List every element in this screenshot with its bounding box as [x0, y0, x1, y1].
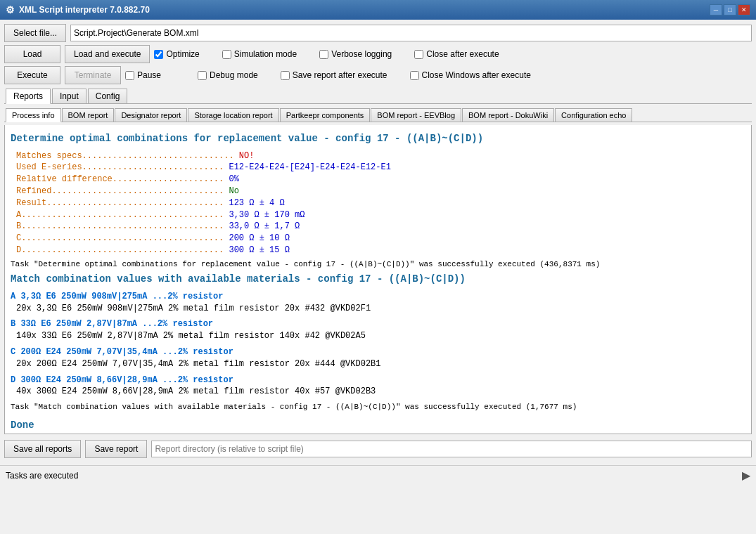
a-label: A.......................................…: [16, 210, 229, 220]
a-line: A.......................................…: [11, 209, 745, 221]
status-arrow: ▶: [742, 469, 750, 482]
close-after-execute-label: Close after execute: [426, 49, 499, 59]
pause-label: Pause: [137, 70, 161, 80]
heading-1: Determine optimal combinations for repla…: [11, 132, 745, 146]
select-file-button[interactable]: Select file...: [4, 24, 66, 42]
d-line: D.......................................…: [11, 245, 745, 256]
tab-input[interactable]: Input: [52, 89, 87, 103]
b-label: B.......................................…: [16, 221, 229, 231]
status-text: Tasks are executed: [6, 471, 78, 481]
match-b-detail: 140x 33Ω E6 250mW 2,87V|87mA 2% metal fi…: [11, 330, 745, 342]
save-report-checkbox[interactable]: [281, 71, 290, 80]
task2-line: Task "Match combination values with avai…: [11, 402, 745, 412]
sub-tab-bom-eevblog[interactable]: BOM report - EEVBlog: [371, 108, 461, 122]
minimize-button[interactable]: ─: [710, 4, 722, 15]
sub-tab-bom-dokuwiki[interactable]: BOM report - DokuWiki: [462, 108, 554, 122]
status-bar: Tasks are executed ▶: [0, 465, 756, 485]
file-path-input[interactable]: [70, 25, 752, 41]
verbose-logging-group: Verbose logging: [319, 49, 392, 59]
sub-tab-bom-report[interactable]: BOM report: [62, 108, 115, 122]
match-a-detail: 20x 3,3Ω E6 250mW 908mV|275mA 2% metal f…: [11, 303, 745, 315]
result-value: 123 Ω ± 4 Ω: [229, 198, 284, 208]
used-eseries-line: Used E-series...........................…: [11, 162, 745, 174]
relative-diff-line: Relative difference.....................…: [11, 174, 745, 185]
optimize-checkbox-group: Optimize: [154, 49, 199, 59]
refined-label: Refined.................................…: [16, 186, 229, 196]
save-report-button[interactable]: Save report: [85, 440, 147, 458]
b-line: B.......................................…: [11, 221, 745, 233]
sub-tab-designator-report[interactable]: Designator report: [115, 108, 187, 122]
app-icon: ⚙: [6, 4, 15, 15]
optimize-label: Optimize: [166, 49, 199, 59]
used-eseries-value: E12-E24-E24-[E24]-E24-E24-E12-E1: [229, 162, 390, 172]
pause-checkbox[interactable]: [125, 71, 134, 80]
tab-reports[interactable]: Reports: [6, 89, 51, 104]
maximize-button[interactable]: □: [724, 4, 736, 15]
matches-specs-line: Matches specs...........................…: [11, 150, 745, 162]
matches-specs-value: NO!: [239, 151, 255, 161]
match-d-detail: 40x 300Ω E24 250mW 8,66V|28,9mA 2% metal…: [11, 386, 745, 398]
b-value: 33,0 Ω ± 1,7 Ω: [229, 221, 300, 231]
close-windows-label: Close Windows after execute: [422, 70, 531, 80]
match-a-block: A 3,3Ω E6 250mW 908mV|275mA ...2% resist…: [11, 291, 745, 315]
save-report-label: Save report after execute: [293, 70, 387, 80]
simulation-mode-group: Simulation mode: [222, 49, 297, 59]
match-b-block: B 33Ω E6 250mW 2,87V|87mA ...2% resistor…: [11, 318, 745, 342]
sub-tab-partkeepr[interactable]: Partkeepr components: [280, 108, 371, 122]
done-label: Done: [11, 419, 745, 433]
bottom-bar: Save all reports Save report: [4, 437, 752, 461]
refined-line: Refined.................................…: [11, 185, 745, 197]
execute-button[interactable]: Execute: [4, 66, 60, 84]
terminate-button[interactable]: Terminate: [65, 66, 121, 84]
match-c-block: C 200Ω E24 250mW 7,07V|35,4mA ...2% resi…: [11, 346, 745, 370]
sub-tab-storage-location[interactable]: Storage location report: [188, 108, 278, 122]
used-eseries-label: Used E-series...........................…: [16, 162, 229, 172]
c-value: 200 Ω ± 10 Ω: [229, 233, 289, 243]
c-line: C.......................................…: [11, 233, 745, 245]
report-dir-input[interactable]: [151, 441, 752, 457]
matches-specs-label: Matches specs...........................…: [16, 151, 239, 161]
simulation-mode-checkbox[interactable]: [222, 50, 231, 59]
optimize-checkbox[interactable]: [154, 50, 163, 59]
match-b-summary: B 33Ω E6 250mW 2,87V|87mA ...2% resistor: [11, 318, 745, 330]
match-c-summary: C 200Ω E24 250mW 7,07V|35,4mA ...2% resi…: [11, 346, 745, 358]
heading-2: Match combination values with available …: [11, 273, 745, 287]
load-button[interactable]: Load: [4, 45, 60, 63]
d-value: 300 Ω ± 15 Ω: [229, 245, 289, 255]
simulation-mode-label: Simulation mode: [234, 49, 297, 59]
refined-value: No: [229, 186, 238, 196]
report-panel[interactable]: Determine optimal combinations for repla…: [4, 125, 752, 434]
window-controls: ─ □ ✕: [710, 4, 750, 15]
sub-tab-configuration-echo[interactable]: Configuration echo: [555, 108, 632, 122]
main-tabs-nav: Reports Input Config: [4, 87, 752, 104]
execute-row: Execute Terminate Pause Debug mode Save …: [4, 66, 752, 84]
match-a-summary: A 3,3Ω E6 250mW 908mV|275mA ...2% resist…: [11, 291, 745, 303]
close-windows-checkbox[interactable]: [410, 71, 419, 80]
result-label: Result..................................…: [16, 198, 229, 208]
task1-line: Task "Determine optimal combinations for…: [11, 259, 745, 270]
close-after-execute-checkbox[interactable]: [414, 50, 423, 59]
close-windows-group: Close Windows after execute: [410, 70, 531, 80]
verbose-logging-label: Verbose logging: [331, 49, 392, 59]
d-label: D.......................................…: [16, 245, 229, 255]
load-row: Load Load and execute Optimize Simulatio…: [4, 45, 752, 63]
close-after-execute-group: Close after execute: [414, 49, 499, 59]
match-d-summary: D 300Ω E24 250mW 8,66V|28,9mA ...2% resi…: [11, 375, 745, 386]
c-label: C.......................................…: [16, 233, 229, 243]
close-button[interactable]: ✕: [738, 4, 750, 15]
relative-diff-label: Relative difference.....................…: [16, 174, 229, 184]
main-content: Select file... Load Load and execute Opt…: [0, 20, 756, 465]
load-execute-button[interactable]: Load and execute: [65, 45, 150, 63]
debug-mode-checkbox[interactable]: [198, 71, 207, 80]
result-line: Result..................................…: [11, 197, 745, 209]
save-all-reports-button[interactable]: Save all reports: [4, 440, 81, 458]
tab-config[interactable]: Config: [88, 89, 128, 103]
a-value: 3,30 Ω ± 170 mΩ: [229, 210, 305, 220]
verbose-logging-checkbox[interactable]: [319, 50, 328, 59]
sub-tab-process-info[interactable]: Process info: [6, 108, 61, 122]
file-row: Select file...: [4, 24, 752, 42]
debug-mode-group: Debug mode: [198, 70, 258, 80]
pause-group: Pause: [125, 70, 161, 80]
match-c-detail: 20x 200Ω E24 250mW 7,07V|35,4mA 2% metal…: [11, 358, 745, 370]
debug-mode-label: Debug mode: [210, 70, 258, 80]
